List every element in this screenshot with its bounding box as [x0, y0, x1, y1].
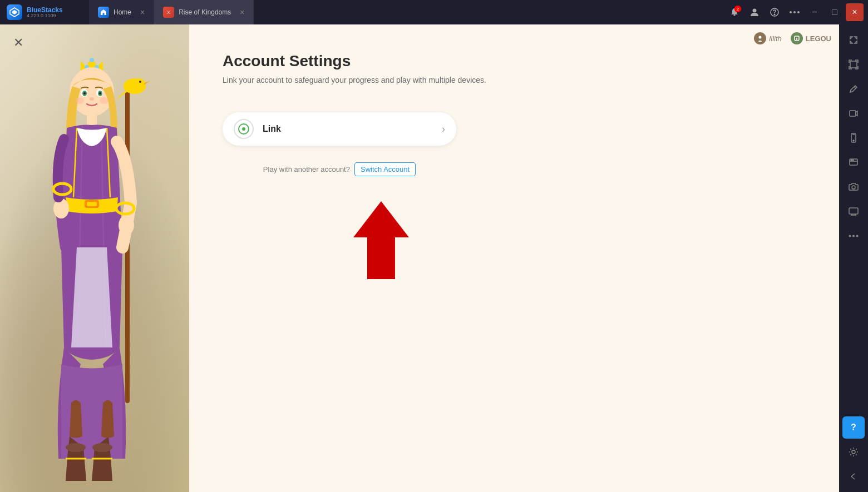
title-bar-left: BlueStacks 4.220.0.1109 Home × ⚔ Rise of…	[0, 0, 254, 24]
tab-home[interactable]: Home ×	[89, 0, 154, 24]
link-icon-circle	[234, 119, 254, 139]
character-panel	[0, 24, 189, 492]
svg-rect-35	[87, 202, 97, 206]
svg-marker-42	[353, 201, 409, 279]
svg-point-7	[793, 11, 796, 13]
game-tab-close[interactable]: ×	[240, 8, 244, 17]
svg-point-5	[774, 14, 775, 15]
link-chevron-icon: ›	[442, 123, 445, 135]
bluestacks-name: BlueStacks	[27, 7, 63, 13]
link-label: Link	[263, 124, 433, 134]
tab-game[interactable]: ⚔ Rise of Kingdoms ×	[154, 0, 254, 24]
svg-point-54	[856, 235, 859, 237]
svg-point-46	[853, 140, 854, 141]
svg-rect-43	[850, 61, 857, 68]
legou-icon	[791, 32, 803, 44]
svg-marker-1	[12, 10, 17, 14]
svg-point-50	[852, 186, 855, 189]
notification-button[interactable]: 2	[726, 3, 743, 21]
maximize-button[interactable]: □	[826, 3, 844, 21]
game-tab-icon: ⚔	[163, 7, 174, 18]
svg-rect-51	[849, 208, 858, 214]
sidebar-brush-icon[interactable]	[842, 78, 865, 100]
svg-point-14	[134, 78, 145, 87]
svg-point-49	[852, 160, 854, 161]
bluestacks-version: 4.220.0.1109	[27, 13, 63, 18]
question-label: ?	[851, 423, 856, 433]
game-tab-label: Rise of Kingdoms	[179, 8, 231, 16]
link-icon-inner	[238, 123, 249, 135]
account-button[interactable]	[746, 3, 763, 21]
settings-subtitle: Link your account to safeguard your prog…	[223, 76, 806, 85]
svg-point-28	[83, 92, 86, 95]
close-screen-button[interactable]: ✕	[8, 32, 29, 53]
bluestacks-text: BlueStacks 4.220.0.1109	[27, 7, 63, 18]
sidebar-camera-icon[interactable]	[842, 176, 865, 198]
settings-title: Account Settings	[223, 52, 806, 70]
lilith-label: lilith	[769, 34, 781, 43]
svg-point-41	[92, 443, 112, 452]
svg-point-20	[90, 58, 94, 62]
svg-point-31	[75, 97, 84, 104]
red-arrow-icon	[345, 198, 417, 282]
bluestacks-logo-icon	[7, 4, 22, 20]
svg-rect-2	[734, 14, 736, 16]
sidebar-more-icon[interactable]	[842, 225, 865, 247]
svg-point-40	[66, 443, 86, 452]
link-icon-dot	[242, 127, 245, 131]
lilith-brand: lilith	[754, 32, 781, 44]
help-button[interactable]	[766, 3, 783, 21]
sidebar-media-icon[interactable]	[842, 151, 865, 173]
switch-account-button[interactable]: Switch Account	[354, 162, 416, 176]
sidebar-expand-icon[interactable]	[842, 29, 865, 51]
close-button[interactable]: ×	[846, 3, 864, 21]
sidebar-screen-icon[interactable]	[842, 200, 865, 222]
home-tab-label: Home	[114, 8, 131, 16]
sidebar-question-icon[interactable]: ?	[842, 416, 865, 439]
home-tab-close[interactable]: ×	[140, 8, 145, 17]
svg-point-6	[790, 11, 792, 13]
link-row[interactable]: Link ›	[223, 112, 456, 146]
notification-count: 2	[734, 6, 741, 12]
minimize-button[interactable]: −	[806, 3, 823, 21]
svg-point-3	[753, 9, 757, 13]
svg-point-55	[852, 450, 855, 454]
svg-rect-44	[850, 111, 856, 116]
title-bar: BlueStacks 4.220.0.1109 Home × ⚔ Rise of…	[0, 0, 868, 24]
sidebar-phone-icon[interactable]	[842, 127, 865, 149]
character-figure	[0, 25, 189, 492]
home-tab-icon	[98, 7, 109, 18]
settings-panel: Account Settings Link your account to sa…	[189, 24, 839, 492]
menu-button[interactable]	[786, 3, 803, 21]
branding-area: lilith LEGOU	[754, 32, 831, 44]
game-content: Account Settings Link your account to sa…	[0, 24, 839, 492]
sidebar-fullscreen-icon[interactable]	[842, 53, 865, 76]
main-area: ✕ lilith LEGOU	[0, 24, 868, 492]
switch-account-text: Play with another account?	[263, 165, 350, 173]
svg-point-52	[849, 235, 851, 237]
title-bar-right: 2 − □ ×	[726, 3, 868, 21]
svg-point-53	[852, 235, 855, 237]
svg-point-8	[797, 11, 800, 13]
svg-point-32	[100, 97, 108, 104]
lilith-icon	[754, 32, 766, 44]
switch-account-row: Play with another account? Switch Accoun…	[223, 162, 456, 176]
legou-label: LEGOU	[806, 34, 831, 43]
svg-point-16	[139, 81, 141, 83]
sidebar-back-icon[interactable]	[842, 465, 865, 488]
svg-point-9	[759, 36, 762, 39]
right-sidebar: ?	[839, 24, 868, 492]
svg-point-30	[90, 97, 94, 101]
sidebar-video-icon[interactable]	[842, 102, 865, 125]
svg-point-29	[99, 92, 101, 95]
svg-point-48	[851, 160, 852, 161]
game-screen: ✕ lilith LEGOU	[0, 24, 839, 492]
arrow-annotation	[345, 198, 806, 284]
bluestacks-logo-area: BlueStacks 4.220.0.1109	[0, 0, 89, 24]
legou-brand: LEGOU	[791, 32, 831, 44]
sidebar-settings-icon[interactable]	[842, 441, 865, 463]
svg-point-37	[119, 215, 134, 235]
